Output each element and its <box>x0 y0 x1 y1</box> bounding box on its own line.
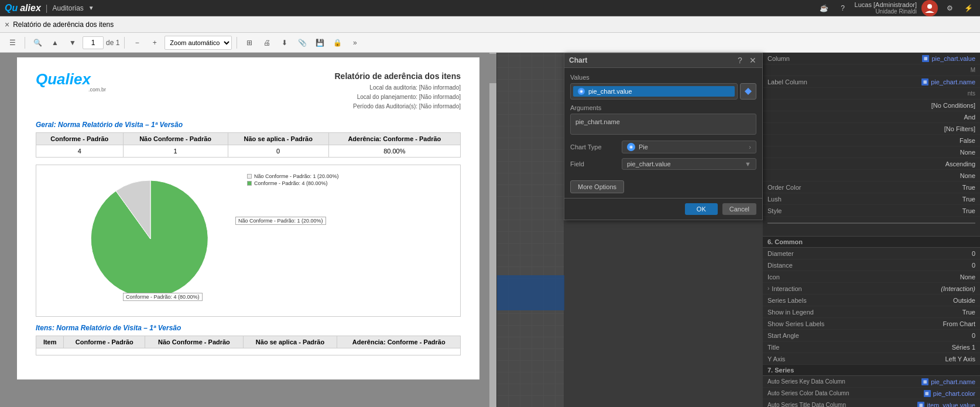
chart-type-row: Chart Type ◉ Pie › <box>570 141 756 153</box>
props-series-labels: Series Labels Outside <box>763 295 980 306</box>
attach-btn[interactable]: 📎 <box>294 35 310 50</box>
chevron-right-icon: › <box>749 143 751 151</box>
interaction-expand-icon[interactable]: › <box>767 285 769 292</box>
zoom-out-btn[interactable]: − <box>129 35 145 50</box>
cell-nao-conforme: 1 <box>123 145 228 158</box>
dialog-controls: ? ✕ <box>735 56 758 65</box>
highlight-region <box>497 275 564 310</box>
zoom-in-btn[interactable]: + <box>147 35 162 50</box>
props-auto-key: Auto Series Key Data Column ▦ pie_chart.… <box>763 376 980 388</box>
values-expand-btn[interactable] <box>740 83 756 100</box>
page-number-input[interactable] <box>83 36 104 49</box>
more-btn[interactable]: » <box>347 35 362 50</box>
props-conditions-row: [No Conditions] <box>763 100 980 111</box>
middle-panel <box>496 53 564 407</box>
items-col-aderencia: Aderência: Conforme - Padrão <box>337 336 461 348</box>
audit-dropdown-arrow[interactable]: ▼ <box>88 5 94 11</box>
legend-nc: Não Conforme - Padrão: 1 (20.00%) <box>247 173 339 179</box>
search-btn[interactable]: 🔍 <box>30 35 45 50</box>
props-and-row: And <box>763 111 980 123</box>
value-icon: ◉ <box>578 88 585 95</box>
values-row: ◉ pie_chart.value <box>570 83 756 100</box>
section1-title: Geral: Norma Relatório de Visita – 1ª Ve… <box>36 121 461 129</box>
props-style: Style True <box>763 205 980 217</box>
main-content: Qualiex .com.br Relatório de aderência d… <box>0 53 980 407</box>
props-section-series: 7. Series <box>763 365 980 376</box>
audit-label[interactable]: Auditorias <box>52 4 83 12</box>
items-col-item: Item <box>36 336 64 348</box>
col-nao-conforme: Não Conforme - Padrão <box>123 133 228 145</box>
view-btn[interactable]: ⊞ <box>242 35 257 50</box>
field-select[interactable]: pie_chart.value ▼ <box>622 158 756 170</box>
prev-page-btn[interactable]: ▲ <box>47 35 63 50</box>
report-scroll[interactable]: Qualiex .com.br Relatório de aderência d… <box>0 53 496 407</box>
app-logo: Qualiex <box>5 3 41 13</box>
dialog-help-btn[interactable]: ? <box>735 56 745 65</box>
props-title: Title Séries 1 <box>763 341 980 353</box>
props-label-col-row: Label Column ▦ pie_chart.name <box>763 76 980 88</box>
settings-icon[interactable]: ⚙ <box>943 1 957 15</box>
field-label: Field <box>570 160 617 167</box>
props-interaction[interactable]: › Interaction (Interaction) <box>763 283 980 295</box>
dialog-body: Values ◉ pie_chart.value Arguments pie_c… <box>564 68 762 180</box>
arguments-field[interactable]: pie_chart.name <box>570 114 756 135</box>
properties-panel: Column ▦ pie_chart.value M Label Column … <box>763 53 980 407</box>
save-btn[interactable]: 💾 <box>312 35 327 50</box>
toolbar-menu-btn[interactable]: ☰ <box>5 35 20 50</box>
user-info: Lucas [Administrador] Unidade Rinaldi <box>855 1 917 15</box>
label-col-prop-name: Label Column <box>767 78 872 85</box>
report-panel: Qualiex .com.br Relatório de aderência d… <box>0 53 496 407</box>
ok-btn[interactable]: OK <box>685 203 718 215</box>
col-conforme: Conforme - Padrão <box>36 133 124 145</box>
scrollbar-thumb[interactable] <box>489 54 496 83</box>
field-row: Field pie_chart.value ▼ <box>570 158 756 170</box>
next-page-btn[interactable]: ▼ <box>65 35 80 50</box>
more-options-container: More Options <box>564 180 762 198</box>
report-header: Qualiex .com.br Relatório de aderência d… <box>36 71 461 111</box>
db-icon-color: ▦ <box>924 390 931 397</box>
props-start-angle: Start Angle 0 <box>763 330 980 341</box>
download-btn[interactable]: ⬇ <box>277 35 292 50</box>
props-divider <box>763 223 980 237</box>
col-nao-aplica: Não se aplica - Padrão <box>228 133 328 145</box>
more-options-btn[interactable]: More Options <box>570 180 624 193</box>
coffee-icon[interactable]: ☕ <box>817 1 831 15</box>
chart-dialog: Chart ? ✕ Values ◉ pie_chart.value <box>564 53 763 220</box>
props-show-legend: Show in Legend True <box>763 306 980 318</box>
db-icon-label: ▦ <box>921 78 928 85</box>
props-auto-color: Auto Series Color Data Column ▦ pie_char… <box>763 388 980 399</box>
pie-chart-svg <box>83 175 218 303</box>
page-of-label: de 1 <box>106 39 119 47</box>
data-table-1: Conforme - Padrão Não Conforme - Padrão … <box>36 132 461 158</box>
help-icon[interactable]: ? <box>836 1 850 15</box>
chart-type-select[interactable]: ◉ Pie › <box>622 141 756 153</box>
report-page: Qualiex .com.br Relatório de aderência d… <box>17 57 479 379</box>
close-report-btn[interactable]: × <box>5 20 9 29</box>
print-btn[interactable]: 🖨 <box>259 35 275 50</box>
section2-title: Itens: Norma Relatório de Visita – 1ª Ve… <box>36 324 461 332</box>
cell-aderencia: 80.00% <box>328 145 460 158</box>
user-avatar[interactable] <box>921 0 938 16</box>
dialog-title: Chart <box>569 56 587 64</box>
values-field: ◉ pie_chart.value <box>570 83 738 100</box>
lock-btn[interactable]: 🔒 <box>330 35 345 50</box>
dialog-footer: OK Cancel <box>564 198 762 220</box>
props-diameter: Diameter 0 <box>763 248 980 259</box>
cancel-btn[interactable]: Cancel <box>722 203 756 215</box>
cell-nao-aplica: 0 <box>228 145 328 158</box>
v-scrollbar[interactable] <box>489 53 496 407</box>
report-title: Relatório de aderência dos itens <box>13 20 114 29</box>
sep3 <box>237 37 237 49</box>
props-auto-title: Auto Series Title Data Column ▦ item_val… <box>763 399 980 407</box>
zoom-select[interactable]: Zoom automático <box>165 36 232 50</box>
items-table: Item Conforme - Padrão Não Conforme - Pa… <box>36 336 461 355</box>
report-title-bar: × Relatório de aderência dos itens <box>0 16 980 33</box>
items-col-na: Não se aplica - Padrão <box>243 336 337 348</box>
sep1 <box>25 37 25 49</box>
lightning-icon[interactable]: ⚡ <box>961 1 975 15</box>
value-item[interactable]: ◉ pie_chart.value <box>573 86 735 97</box>
local-planejamento: Local do planejamento: [Não informado] <box>106 93 461 102</box>
values-label: Values <box>570 74 756 81</box>
dialog-close-btn[interactable]: ✕ <box>748 56 758 65</box>
db-icon-key: ▦ <box>921 378 928 385</box>
